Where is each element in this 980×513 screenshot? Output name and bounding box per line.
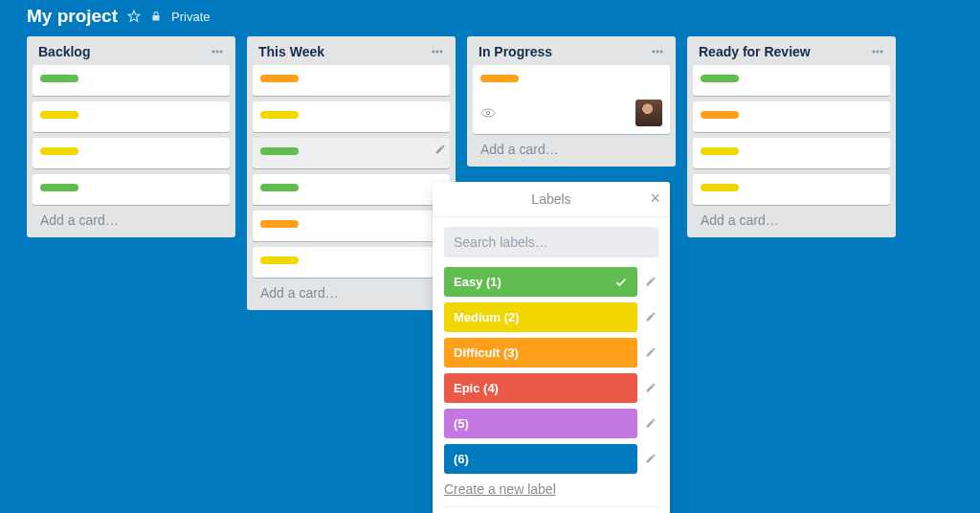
label-name: Epic (4): [454, 381, 499, 395]
list-menu-icon[interactable]: [431, 45, 444, 58]
label-row: Difficult (3): [444, 338, 658, 368]
check-icon: [614, 276, 628, 289]
lock-icon: [150, 11, 162, 22]
svg-point-6: [440, 51, 442, 53]
label-name: Easy (1): [454, 275, 501, 289]
card-label-chip: [40, 184, 78, 191]
cards-container: [693, 65, 890, 205]
card-label-chip: [260, 147, 299, 155]
svg-point-3: [220, 51, 222, 53]
svg-point-11: [873, 51, 875, 53]
card[interactable]: [693, 65, 890, 96]
svg-point-2: [216, 51, 218, 53]
add-card-button[interactable]: Add a card…: [253, 278, 450, 302]
label-edit-icon[interactable]: [643, 416, 658, 432]
label-option[interactable]: (5): [444, 409, 637, 438]
card[interactable]: [253, 65, 450, 96]
label-row: (5): [444, 409, 658, 438]
card[interactable]: [253, 138, 450, 168]
list: BacklogAdd a card…: [27, 36, 235, 237]
add-card-button[interactable]: Add a card…: [33, 205, 230, 230]
list: In ProgressAdd a card…: [467, 36, 676, 167]
svg-point-10: [486, 111, 489, 114]
list-header: In Progress: [473, 42, 670, 65]
card[interactable]: [473, 65, 670, 134]
card-label-chip: [40, 111, 78, 119]
card-label-chip: [260, 220, 299, 228]
card-badges: [480, 100, 662, 126]
card[interactable]: [33, 101, 230, 132]
star-icon[interactable]: [127, 10, 141, 23]
list-title[interactable]: Backlog: [38, 44, 90, 59]
card[interactable]: [33, 65, 230, 96]
list-menu-icon[interactable]: [871, 45, 884, 58]
label-edit-icon[interactable]: [643, 452, 658, 467]
cards-container: [33, 65, 230, 205]
card[interactable]: [33, 174, 230, 205]
card-label-chip: [260, 184, 299, 191]
label-name: (5): [454, 416, 469, 431]
svg-point-9: [660, 51, 662, 53]
label-name: Medium (2): [454, 310, 520, 324]
card-label-chip: [480, 75, 519, 82]
cards-container: [253, 65, 450, 278]
card-label-chip: [701, 75, 739, 82]
svg-point-8: [657, 51, 658, 53]
card-label-chip: [40, 75, 78, 82]
label-row: Epic (4): [444, 373, 658, 403]
label-option[interactable]: Easy (1): [444, 267, 637, 297]
card-label-chip: [260, 111, 299, 119]
card[interactable]: [253, 174, 450, 205]
labels-search-input[interactable]: [444, 227, 658, 257]
board-title[interactable]: My project: [27, 6, 118, 27]
privacy-label[interactable]: Private: [171, 10, 210, 24]
card-label-chip: [260, 75, 299, 82]
label-option[interactable]: Medium (2): [444, 302, 637, 332]
card[interactable]: [253, 211, 450, 241]
svg-point-13: [880, 51, 882, 53]
list-menu-icon[interactable]: [211, 45, 224, 58]
label-option[interactable]: (6): [444, 444, 637, 474]
label-edit-icon[interactable]: [643, 381, 658, 396]
svg-point-4: [433, 51, 434, 53]
card[interactable]: [693, 101, 890, 132]
list-title[interactable]: This Week: [258, 44, 324, 59]
popover-title: Labels: [531, 191, 570, 207]
card[interactable]: [253, 101, 450, 132]
list-title[interactable]: Ready for Review: [699, 44, 811, 59]
list: Ready for ReviewAdd a card…: [687, 36, 896, 237]
label-option[interactable]: Difficult (3): [444, 338, 637, 368]
list-header: Backlog: [33, 42, 230, 65]
label-option[interactable]: Epic (4): [444, 373, 637, 403]
close-icon[interactable]: ×: [650, 190, 660, 207]
label-row: (6): [444, 444, 658, 474]
card[interactable]: [33, 138, 230, 168]
card-label-chip: [701, 184, 739, 191]
card-label-chip: [260, 256, 299, 264]
label-name: Difficult (3): [454, 346, 519, 360]
cards-container: [473, 65, 670, 134]
add-card-button[interactable]: Add a card…: [693, 205, 890, 230]
label-row: Easy (1): [444, 267, 658, 297]
member-avatar[interactable]: [635, 100, 662, 126]
eye-icon: [480, 104, 496, 122]
label-edit-icon[interactable]: [643, 310, 658, 325]
card[interactable]: [693, 138, 890, 168]
colorblind-mode-link[interactable]: Enable color blind friendly mode.: [444, 506, 658, 513]
card[interactable]: [253, 247, 450, 278]
add-card-button[interactable]: Add a card…: [473, 134, 670, 159]
pencil-icon[interactable]: [434, 142, 446, 159]
popover-header: Labels ×: [433, 182, 670, 217]
svg-point-1: [212, 51, 214, 53]
card-label-chip: [40, 147, 78, 155]
list-menu-icon[interactable]: [651, 45, 664, 58]
list-title[interactable]: In Progress: [479, 44, 552, 59]
card[interactable]: [693, 174, 890, 205]
create-label-link[interactable]: Create a new label: [444, 474, 658, 497]
svg-point-5: [436, 51, 438, 53]
label-edit-icon[interactable]: [643, 275, 658, 290]
label-edit-icon[interactable]: [643, 346, 658, 361]
list-header: Ready for Review: [693, 42, 890, 65]
label-name: (6): [454, 452, 469, 466]
list: This WeekAdd a card…: [247, 36, 456, 310]
